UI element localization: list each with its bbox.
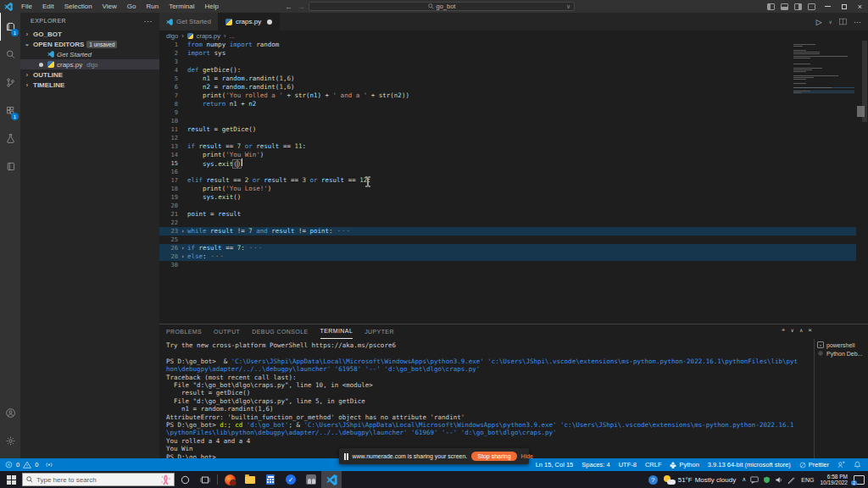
folder-go-bot[interactable]: › GO_BOT bbox=[20, 29, 159, 39]
language-indicator[interactable]: ENG bbox=[801, 477, 814, 483]
code-line[interactable]: 12 bbox=[159, 134, 856, 142]
panel-tab-jupyter[interactable]: JUPYTER bbox=[364, 325, 394, 339]
toggle-sidebar-icon[interactable] bbox=[767, 3, 775, 10]
taskbar-app-browser[interactable] bbox=[220, 471, 240, 488]
code-line[interactable]: 23›while result != 7 and result != point… bbox=[159, 227, 856, 236]
taskbar-app-people[interactable] bbox=[301, 471, 321, 488]
explorer-actions-icon[interactable]: ··· bbox=[144, 17, 153, 25]
terminal-output[interactable]: Try the new cross-platform PowerShell ht… bbox=[166, 341, 800, 461]
error-count[interactable]: 0 bbox=[16, 461, 19, 469]
code-line[interactable]: 14 print('You Win') bbox=[159, 151, 856, 159]
tab-craps-py[interactable]: craps.py bbox=[219, 13, 280, 30]
open-editors-section[interactable]: ⌄ OPEN EDITORS 1 unsaved bbox=[20, 39, 159, 49]
code-line[interactable]: 30 bbox=[159, 261, 856, 269]
activity-extensions[interactable]: 1 bbox=[0, 97, 20, 125]
customize-layout-icon[interactable] bbox=[808, 3, 815, 10]
hide-button[interactable]: Hide bbox=[521, 453, 533, 459]
terminal-item-powershell[interactable]: › powershell bbox=[815, 341, 868, 349]
action-center-icon[interactable]: 2 bbox=[854, 475, 865, 485]
taskbar-search[interactable]: Type here to search bbox=[22, 473, 175, 486]
eol-sequence[interactable]: CRLF bbox=[645, 461, 662, 469]
security-shield-icon[interactable] bbox=[763, 476, 771, 484]
formatter-status[interactable]: Prettier bbox=[799, 461, 829, 469]
close-button[interactable]: × bbox=[852, 0, 868, 13]
menu-edit[interactable]: Edit bbox=[37, 0, 59, 13]
code-line[interactable]: 18 print('You Lose!') bbox=[159, 185, 856, 193]
breadcrumb-file[interactable]: craps.py bbox=[197, 32, 220, 40]
taskbar-app-vscode[interactable] bbox=[321, 471, 342, 488]
close-panel-icon[interactable]: × bbox=[808, 326, 812, 334]
code-line[interactable]: 19 sys.exit() bbox=[159, 193, 856, 202]
activity-source-control[interactable] bbox=[0, 69, 20, 97]
code-line[interactable]: 25 bbox=[159, 236, 856, 244]
cortana-button[interactable] bbox=[175, 471, 195, 488]
activity-search[interactable] bbox=[0, 41, 20, 69]
activity-explorer[interactable]: 1 bbox=[0, 13, 20, 41]
dirty-indicator-icon[interactable] bbox=[267, 19, 272, 25]
language-mode[interactable]: Python bbox=[670, 461, 698, 469]
more-actions-icon[interactable]: ··· bbox=[854, 18, 861, 26]
minimize-button[interactable] bbox=[820, 0, 836, 13]
code-line[interactable]: 17elif result == 2 or result == 3 or res… bbox=[159, 176, 856, 185]
feedback-icon[interactable] bbox=[837, 461, 845, 469]
taskbar-app-calculator[interactable] bbox=[260, 471, 281, 488]
weather-widget[interactable]: 51°F Mostly cloudy bbox=[664, 475, 736, 485]
panel-tab-problems[interactable]: PROBLEMS bbox=[166, 325, 202, 339]
code-line[interactable]: 10 bbox=[159, 117, 856, 125]
warning-count[interactable]: 0 bbox=[35, 461, 38, 469]
open-editor-craps-py[interactable]: craps.py dlgo bbox=[20, 59, 159, 69]
breadcrumb-folder[interactable]: dlgo bbox=[166, 32, 178, 40]
menu-help[interactable]: Help bbox=[199, 0, 223, 13]
task-view-button[interactable] bbox=[195, 471, 215, 488]
tab-get-started[interactable]: Get Started bbox=[159, 13, 219, 30]
code-line[interactable]: 7 print('You rolled a ' + str(n1) + ' an… bbox=[159, 92, 856, 100]
code-line[interactable]: 8 return n1 + n2 bbox=[159, 100, 856, 108]
new-terminal-icon[interactable]: + bbox=[782, 326, 786, 334]
code-line[interactable]: 22 bbox=[159, 219, 856, 227]
code-line[interactable]: 5 n1 = random.randint(1,6) bbox=[159, 75, 856, 83]
settings-button[interactable] bbox=[0, 427, 20, 455]
code-line[interactable]: 3 bbox=[159, 58, 856, 66]
fold-chevron-icon[interactable]: › bbox=[178, 227, 187, 236]
back-arrow-icon[interactable]: ← bbox=[285, 3, 292, 11]
activity-testing[interactable] bbox=[0, 125, 20, 152]
toggle-secondary-sidebar-icon[interactable] bbox=[794, 3, 802, 10]
stop-sharing-button[interactable]: Stop sharing bbox=[471, 452, 516, 461]
menu-terminal[interactable]: Terminal bbox=[164, 0, 199, 13]
speaker-icon[interactable] bbox=[775, 476, 783, 484]
menu-go[interactable]: Go bbox=[122, 0, 142, 13]
forward-arrow-icon[interactable]: → bbox=[298, 3, 305, 11]
code-line[interactable]: 16 bbox=[159, 168, 856, 176]
panel-tab-debug-console[interactable]: DEBUG CONSOLE bbox=[252, 325, 308, 339]
bell-icon[interactable] bbox=[854, 461, 861, 469]
code-line[interactable]: 15 sys.exit() bbox=[159, 159, 856, 168]
breadcrumb-more[interactable]: ... bbox=[230, 32, 235, 40]
menu-file[interactable]: File bbox=[16, 0, 37, 13]
code-lines[interactable]: 1from numpy import random2import sys34de… bbox=[159, 41, 856, 269]
run-dropdown-icon[interactable]: ∨ bbox=[829, 19, 832, 25]
code-line[interactable]: 2import sys bbox=[159, 49, 856, 58]
code-line[interactable]: 21point = result bbox=[159, 210, 856, 219]
code-line[interactable]: 4def getDice(): bbox=[159, 66, 856, 75]
code-line[interactable]: 26›if result == 7:··· bbox=[159, 244, 856, 252]
code-line[interactable]: 11result = getDice() bbox=[159, 125, 856, 134]
breadcrumb[interactable]: dlgo › craps.py › ... bbox=[159, 30, 868, 41]
code-line[interactable]: 1from numpy import random bbox=[159, 41, 856, 49]
panel-tab-output[interactable]: OUTPUT bbox=[214, 325, 240, 339]
run-button[interactable]: ▷ bbox=[816, 18, 822, 26]
minimap-slider[interactable] bbox=[857, 106, 865, 117]
menu-run[interactable]: Run bbox=[141, 0, 164, 13]
fold-chevron-icon[interactable]: › bbox=[178, 244, 187, 252]
split-editor-icon[interactable] bbox=[839, 18, 847, 25]
terminal-item-python-debug[interactable]: Python Deb... bbox=[815, 349, 868, 358]
timeline-section[interactable]: › TIMELINE bbox=[20, 80, 159, 90]
code-line[interactable]: 28›else:··· bbox=[159, 252, 856, 261]
pen-icon[interactable] bbox=[787, 476, 795, 484]
minimap[interactable] bbox=[793, 44, 854, 97]
account-button[interactable] bbox=[0, 399, 20, 427]
code-line[interactable]: 20 bbox=[159, 202, 856, 210]
outline-section[interactable]: › OUTLINE bbox=[20, 69, 159, 80]
open-editor-get-started[interactable]: Get Started bbox=[20, 49, 159, 59]
code-line[interactable]: 6 n2 = random.randint(1,6) bbox=[159, 83, 856, 92]
terminal-dropdown-icon[interactable]: ∨ bbox=[791, 327, 794, 333]
